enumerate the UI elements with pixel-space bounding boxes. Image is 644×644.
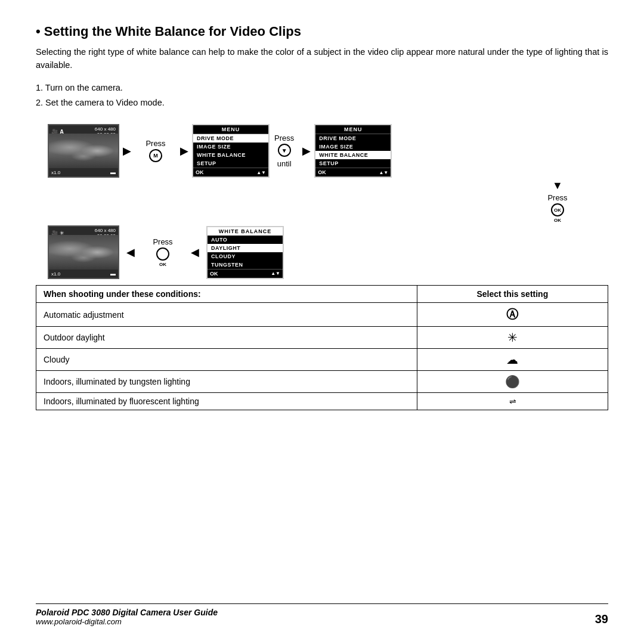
camera-screen-2: 🎥 ✳ 640 x 480 00:00:09 x1.0 ▬ [48, 225, 119, 279]
diagram-row1: 🎥 A 640 x 480 00:00:09 x1.0 ▬ [48, 124, 596, 178]
arrow-left-2: ◀ [187, 247, 203, 258]
press-down-until-block: Press ▼ until [270, 134, 299, 168]
icon-cloudy: ☁ [417, 349, 608, 371]
steps-list: 1. Turn on the camera. 2. Set the camera… [36, 80, 608, 110]
right-arrow-icon-3: ▶ [302, 145, 311, 156]
left-arrow-icon-1: ◀ [126, 247, 135, 258]
condition-daylight: Outdoor daylight [36, 327, 417, 349]
page-number: 39 [595, 612, 608, 626]
condition-cloudy: Cloudy [36, 349, 417, 371]
intro-text: Selecting the right type of white balanc… [36, 45, 608, 72]
ok-label-2: OK [318, 169, 326, 175]
footer: Polaroid PDC 3080 Digital Camera User Gu… [36, 603, 608, 626]
condition-fluorescent: Indoors, illuminated by fluorescent ligh… [36, 393, 417, 410]
until-label: until [277, 159, 292, 168]
menu-item-white-balance[interactable]: WHITE BALANCE [193, 151, 268, 159]
arrow-1: ▶ [119, 145, 135, 156]
press-label-1: Press [145, 139, 165, 148]
ok-button-label: OK [554, 218, 561, 223]
conditions-table: When shooting under these conditions: Se… [36, 285, 608, 410]
wb-item-daylight[interactable]: DAYLIGHT [208, 244, 283, 252]
step-1: 1. Turn on the camera. [36, 80, 608, 95]
menu-box-1: MENU DRIVE MODE IMAGE SIZE WHITE BALANCE… [192, 124, 270, 178]
page: Setting the White Balance for Video Clip… [0, 0, 644, 644]
wb-item-auto[interactable]: AUTO [208, 236, 283, 244]
menu-arrows-2: ▲▼ [379, 170, 388, 175]
press-label-3: Press [547, 193, 567, 202]
menu-item-drive-mode[interactable]: DRIVE MODE [193, 134, 268, 143]
zoom-level-1: x1.0 [51, 170, 60, 175]
press-label-2: Press [274, 134, 294, 143]
condition-tungsten: Indoors, illuminated by tungsten lightin… [36, 371, 417, 393]
table-row: Cloudy ☁ [36, 349, 608, 371]
select-button[interactable] [156, 247, 169, 261]
table-col2-header: Select this setting [417, 286, 608, 303]
table-row: Indoors, illuminated by fluorescent ligh… [36, 393, 608, 410]
website: www.polaroid-digital.com [36, 617, 218, 626]
menu-item-drive-mode-2[interactable]: DRIVE MODE [315, 134, 391, 143]
wb-menu-footer: OK ▲▼ [208, 269, 283, 278]
menu-footer-1: OK ▲▼ [193, 168, 268, 177]
table-row: Automatic adjustment Ⓐ [36, 303, 608, 327]
brand-name: Polaroid PDC 3080 Digital Camera User Gu… [36, 608, 218, 617]
camera-image-1 [49, 134, 118, 168]
menu-header-2: MENU [315, 125, 391, 134]
zoom-level-2: x1.0 [51, 271, 60, 277]
camera-screen-1: 🎥 A 640 x 480 00:00:09 x1.0 ▬ [48, 124, 119, 178]
press-label-4: Press [153, 237, 172, 246]
right-arrow-icon-2: ▶ [180, 145, 188, 156]
wb-ok-label: OK [210, 271, 218, 277]
battery-icon-2: ▬ [110, 271, 116, 277]
press-m-block: Press M [135, 139, 177, 163]
menu-item-image-size-2[interactable]: IMAGE SIZE [315, 143, 391, 151]
arrow-left-1: ◀ [123, 247, 138, 258]
diagram-row2: 🎥 ✳ 640 x 480 00:00:09 x1.0 ▬ [48, 225, 596, 279]
ok-label-1: OK [196, 169, 204, 175]
menu-item-setup-2[interactable]: SETUP [315, 159, 391, 168]
battery-icon-1: ▬ [110, 169, 116, 175]
camera-image-2 [49, 235, 118, 270]
left-arrow-icon-2: ◀ [191, 247, 199, 258]
m-button[interactable]: M [149, 149, 162, 162]
down-arrow-icon-1: ▼ [552, 180, 563, 191]
arrow-2: ▶ [177, 145, 192, 156]
white-balance-menu: WHITE BALANCE AUTO DAYLIGHT CLOUDY TUNGS… [206, 226, 284, 279]
diagram: 🎥 A 640 x 480 00:00:09 x1.0 ▬ [36, 118, 608, 285]
icon-tungsten: ⚫ [417, 371, 608, 393]
icon-fluorescent: ⇌ [417, 393, 608, 410]
down-section: ▼ Press OK OK [48, 180, 596, 223]
page-title: Setting the White Balance for Video Clip… [36, 24, 608, 39]
wb-menu-header: WHITE BALANCE [208, 227, 283, 236]
menu-item-white-balance-2[interactable]: WHITE BALANCE [315, 151, 391, 159]
menu-arrows-1: ▲▼ [256, 170, 266, 175]
arrow-3: ▶ [299, 145, 314, 156]
step-2: 2. Set the camera to Video mode. [36, 95, 608, 110]
press-circle-block: Press OK [142, 237, 184, 267]
ok-button[interactable]: OK [551, 203, 564, 216]
wb-section: 🎥 ✳ 640 x 480 00:00:09 x1.0 ▬ [48, 225, 596, 279]
down-button-1[interactable]: ▼ [278, 144, 291, 157]
table-row: Indoors, illuminated by tungsten lightin… [36, 371, 608, 393]
menu-item-setup[interactable]: SETUP [193, 159, 268, 168]
condition-auto: Automatic adjustment [36, 303, 417, 327]
ok-btn-label-2: OK [159, 262, 166, 267]
wb-item-cloudy[interactable]: CLOUDY [208, 252, 283, 261]
wb-item-tungsten[interactable]: TUNGSTEN [208, 261, 283, 269]
footer-left: Polaroid PDC 3080 Digital Camera User Gu… [36, 608, 218, 626]
menu-item-image-size[interactable]: IMAGE SIZE [193, 143, 268, 151]
menu-header-1: MENU [193, 125, 268, 134]
table-col1-header: When shooting under these conditions: [36, 286, 417, 303]
press-ok-block: ▼ Press OK OK [519, 180, 596, 223]
table-row: Outdoor daylight ✳ [36, 327, 608, 349]
wb-menu-arrows: ▲▼ [271, 271, 280, 276]
right-arrow-icon-1: ▶ [123, 145, 131, 156]
menu-box-2: MENU DRIVE MODE IMAGE SIZE WHITE BALANCE… [314, 124, 392, 178]
icon-daylight: ✳ [417, 327, 608, 349]
menu-footer-2: OK ▲▼ [315, 168, 391, 177]
icon-auto: Ⓐ [417, 303, 608, 327]
